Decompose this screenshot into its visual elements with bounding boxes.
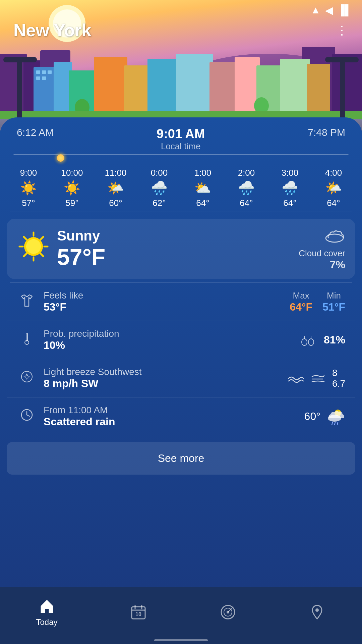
- svg-point-51: [26, 239, 41, 254]
- scattered-rain-icon: [325, 408, 345, 425]
- hourly-item[interactable]: 10:00☀️59°: [50, 168, 94, 208]
- svg-line-71: [332, 422, 333, 425]
- precip-value: 10%: [44, 339, 300, 352]
- hour-weather-icon: ☀️: [20, 180, 37, 196]
- hour-weather-icon: 🌧️: [238, 180, 255, 196]
- svg-rect-13: [36, 70, 40, 74]
- min-label: Min: [322, 290, 345, 301]
- max-label: Max: [290, 290, 312, 301]
- svg-line-72: [335, 422, 335, 425]
- hour-weather-icon: ☀️: [64, 180, 80, 196]
- svg-rect-61: [26, 333, 27, 341]
- bottom-nav: Today 10: [0, 587, 362, 644]
- min-value: 51°F: [322, 301, 345, 313]
- feels-like-label: Feels like: [44, 290, 290, 301]
- from-label: From 11:00 AM: [44, 405, 304, 416]
- from-row: From 11:00 AM Scattered rain 60°: [7, 397, 355, 435]
- weather-icon: [17, 230, 50, 268]
- max-value: 64°F: [290, 301, 312, 313]
- see-more-button[interactable]: See more: [7, 442, 355, 475]
- home-icon: [38, 597, 56, 615]
- wind-lines-icon: [311, 371, 325, 386]
- hourly-item[interactable]: 0:00🌧️62°: [137, 168, 181, 208]
- hourly-row[interactable]: 9:00☀️57°10:00☀️59°11:00🌤️60°0:00🌧️62°1:…: [0, 161, 362, 212]
- wind-wave-icon: [287, 371, 304, 386]
- svg-point-65: [21, 371, 32, 382]
- detail-rows: Feels like 53°F Max 64°F Min 51°F: [7, 283, 355, 435]
- clock-icon: [17, 408, 37, 426]
- sunset-time: 7:48 PM: [308, 127, 345, 138]
- from-desc: Scattered rain: [44, 416, 304, 428]
- nav-today[interactable]: Today: [36, 597, 57, 627]
- svg-line-68: [27, 415, 29, 416]
- svg-point-64: [308, 339, 314, 345]
- calendar-icon: 10: [130, 603, 147, 621]
- hourly-item[interactable]: 4:00🌤️64°: [312, 168, 355, 208]
- cloud-cover-label: Cloud cover: [299, 248, 345, 259]
- hourly-item[interactable]: 3:00🌧️64°: [268, 168, 312, 208]
- svg-point-83: [315, 608, 319, 612]
- wind-label: Light breeze Southwest: [44, 367, 287, 377]
- current-temp: 57°F: [57, 244, 105, 270]
- hourly-item[interactable]: 9:00☀️57°: [7, 168, 50, 208]
- nav-radar[interactable]: [219, 603, 237, 621]
- hourly-item[interactable]: 11:00🌤️60°: [94, 168, 137, 208]
- svg-point-63: [302, 339, 307, 345]
- svg-line-59: [24, 254, 26, 256]
- thermometer-icon: [17, 331, 37, 349]
- location-icon: [308, 603, 326, 621]
- local-time-label: Local time: [157, 141, 205, 152]
- more-button[interactable]: ⋮: [336, 23, 349, 38]
- hour-weather-icon: 🌧️: [282, 180, 298, 196]
- wind-value: 8 mp/h SW: [44, 377, 287, 390]
- from-temp: 60°: [304, 410, 320, 423]
- nav-today-label: Today: [36, 618, 57, 627]
- precipitation-row: Prob. precipitation 10% 81%: [7, 321, 355, 359]
- hour-weather-icon: 🌤️: [325, 180, 342, 196]
- current-time: 9:01 AM: [157, 127, 205, 141]
- time-row: 6:12 AM 9:01 AM Local time 7:48 PM: [0, 117, 362, 152]
- sun-slider: [13, 154, 349, 161]
- feels-like-value: 53°F: [44, 301, 290, 313]
- city-name: New York: [13, 20, 91, 40]
- svg-line-58: [41, 237, 43, 239]
- status-bar: ▲ ◀ ▐▌: [0, 0, 362, 20]
- svg-rect-47: [3, 57, 37, 62]
- cloud-icon: [299, 227, 345, 247]
- svg-line-57: [41, 254, 43, 256]
- svg-line-73: [337, 422, 338, 425]
- wind-icon: [17, 369, 37, 387]
- humidity-icon: [300, 333, 317, 347]
- svg-rect-49: [325, 57, 359, 62]
- battery-icon: ▐▌: [338, 4, 352, 16]
- nav-calendar[interactable]: 10: [130, 603, 147, 621]
- svg-text:10: 10: [135, 611, 141, 617]
- hour-weather-icon: ⛅: [194, 180, 211, 196]
- tshirt-icon: [17, 293, 37, 311]
- wind-row: Light breeze Southwest 8 mp/h SW 8 6.7: [7, 359, 355, 397]
- radar-icon: [219, 603, 237, 621]
- hourly-item[interactable]: 1:00⛅64°: [181, 168, 225, 208]
- signal-icon: ◀: [325, 4, 333, 16]
- hour-weather-icon: 🌤️: [107, 180, 124, 196]
- feels-like-row: Feels like 53°F Max 64°F Min 51°F: [7, 283, 355, 321]
- weather-condition: Sunny: [57, 228, 105, 244]
- hour-weather-icon: 🌧️: [151, 180, 168, 196]
- wifi-icon: ▲: [311, 4, 321, 16]
- svg-rect-14: [42, 70, 46, 74]
- svg-rect-16: [36, 76, 40, 80]
- hourly-item[interactable]: 2:00🌧️64°: [225, 168, 268, 208]
- precip-label: Prob. precipitation: [44, 328, 300, 339]
- weather-panel: 6:12 AM 9:01 AM Local time 7:48 PM 9:00☀…: [0, 117, 362, 587]
- home-indicator: [154, 639, 208, 641]
- svg-rect-15: [48, 70, 52, 74]
- sunrise-time: 6:12 AM: [17, 127, 54, 138]
- current-weather-card: Sunny 57°F Cloud cover 7%: [7, 219, 355, 279]
- wind-num: 8 6.7: [332, 368, 345, 389]
- nav-location[interactable]: [308, 603, 326, 621]
- humidity-value: 81%: [324, 334, 345, 346]
- svg-rect-17: [42, 76, 46, 80]
- cloud-cover-value: 7%: [299, 259, 345, 271]
- svg-line-56: [24, 237, 26, 239]
